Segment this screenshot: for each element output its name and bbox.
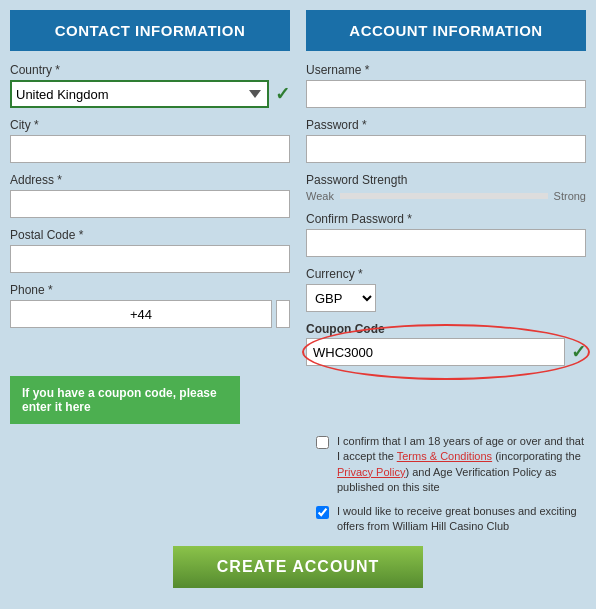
username-input[interactable] [306,80,586,108]
terms-link[interactable]: Terms & Conditions [397,450,492,462]
confirm-password-input[interactable] [306,229,586,257]
coupon-input[interactable] [306,338,565,366]
strength-bar: Weak Strong [306,190,586,202]
city-label: City * [10,118,290,132]
create-account-button[interactable]: CREATE ACCOUNT [173,546,423,588]
currency-field-group: Currency * GBP USD EUR [306,267,586,312]
coupon-check-icon: ✓ [571,341,586,363]
strength-strong: Strong [554,190,586,202]
terms-text: I confirm that I am 18 years of age or o… [337,434,586,496]
contact-header: CONTACT INFORMATION [10,10,290,51]
strength-weak: Weak [306,190,334,202]
currency-select[interactable]: GBP USD EUR [306,284,376,312]
postal-input[interactable] [10,245,290,273]
coupon-code-label: Coupon Code [306,322,586,336]
confirm-password-label: Confirm Password * [306,212,586,226]
city-input[interactable] [10,135,290,163]
account-column: ACCOUNT INFORMATION Username * Password … [306,10,586,376]
strength-label: Password Strength [306,173,586,187]
coupon-banner-row: If you have a coupon code, please enter … [10,376,586,424]
terms-section: I confirm that I am 18 years of age or o… [10,434,586,534]
country-field-group: Country * United Kingdom United States C… [10,63,290,108]
city-field-group: City * [10,118,290,163]
privacy-link[interactable]: Privacy Policy [337,466,405,478]
currency-wrapper: GBP USD EUR [306,284,586,312]
phone-wrapper [10,300,290,328]
coupon-label-group: Coupon Code ✓ [306,322,586,366]
strength-bar-container [340,193,548,199]
username-label: Username * [306,63,586,77]
create-account-wrapper: CREATE ACCOUNT [10,546,586,588]
offers-checkbox[interactable] [316,506,329,519]
coupon-input-area: ✓ [306,338,586,366]
username-field-group: Username * [306,63,586,108]
address-input[interactable] [10,190,290,218]
strength-field-group: Password Strength Weak Strong [306,173,586,202]
terms-text-2: (incorporating the [492,450,581,462]
confirm-password-field-group: Confirm Password * [306,212,586,257]
phone-number-input[interactable] [276,300,290,328]
terms-checkbox-row: I confirm that I am 18 years of age or o… [316,434,586,496]
coupon-spacer [240,376,586,424]
password-label: Password * [306,118,586,132]
offers-text: I would like to receive great bonuses an… [337,504,586,535]
address-label: Address * [10,173,290,187]
address-field-group: Address * [10,173,290,218]
coupon-banner: If you have a coupon code, please enter … [10,376,240,424]
country-label: Country * [10,63,290,77]
phone-field-group: Phone * [10,283,290,328]
phone-prefix[interactable] [10,300,272,328]
country-wrapper: United Kingdom United States Canada Aust… [10,80,290,108]
account-header: ACCOUNT INFORMATION [306,10,586,51]
contact-column: CONTACT INFORMATION Country * United Kin… [10,10,290,376]
password-field-group: Password * [306,118,586,163]
postal-label: Postal Code * [10,228,290,242]
country-check-icon: ✓ [275,83,290,105]
country-select[interactable]: United Kingdom United States Canada Aust… [10,80,269,108]
password-input[interactable] [306,135,586,163]
currency-label: Currency * [306,267,586,281]
phone-label: Phone * [10,283,290,297]
offers-checkbox-row: I would like to receive great bonuses an… [316,504,586,535]
postal-field-group: Postal Code * [10,228,290,273]
terms-checkbox[interactable] [316,436,329,449]
